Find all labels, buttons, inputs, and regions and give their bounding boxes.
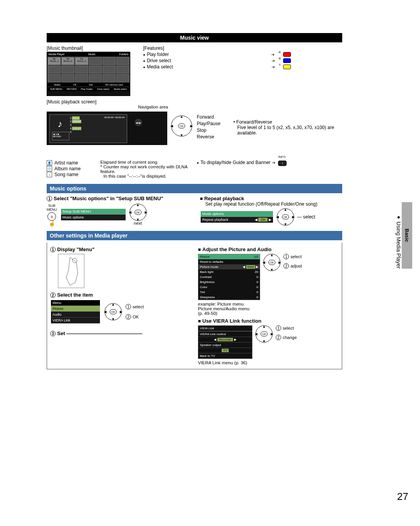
yellow-button-icon [283, 65, 291, 69]
ok-button-icon: OK [282, 215, 289, 220]
track-list: 1 AAAA 2 BBBBB 3 4 XXXXX 5 [70, 116, 81, 134]
repeat-value: On [258, 218, 268, 222]
osd-hint: SUB MENU [50, 88, 63, 90]
menu-header: Music options [201, 211, 273, 217]
fr-note-title: • Forward/Reverse [233, 119, 338, 125]
left-control-cluster-icon: ◀ ● ▶ RETURN [52, 132, 69, 140]
ok-button-icon: OK [135, 210, 142, 215]
direction-pad-icon: OK ▲▼◀▶ [171, 115, 192, 136]
pic-menu-title: Picture [200, 255, 210, 259]
page-ref-line: (p. 49-50) [198, 311, 338, 316]
side-basic-tab: Basic [402, 202, 412, 269]
arrow-icon [271, 52, 276, 57]
row-thumb-features: [Music thumbnail] Media Player Music Fol… [47, 44, 342, 96]
vieralink-osd: VIEſA Link VIERA Link control ◀ Recorder… [198, 325, 252, 359]
vlink-value: Recorder [217, 338, 233, 341]
meta-song: Song name [54, 172, 78, 177]
pamenu-line: Picture menu/Audio menu [198, 306, 338, 311]
blue-button-icon [283, 58, 291, 63]
vieralink-head: Use VIERA Link function [198, 318, 338, 324]
fr-note-body: Five level of 1 to 5 (x2, x5, x,30, x70,… [233, 125, 338, 136]
direction-pad-icon: OK ▲▼◀▶ [277, 208, 294, 225]
menu-item-picture: Picture [51, 306, 100, 312]
side-breadcrumb: ● Using Media Player [396, 214, 402, 269]
sub-label: SUB [47, 204, 57, 208]
ok-button-icon: OK [178, 124, 185, 129]
ok-button-icon: OK [110, 309, 117, 315]
vlink-row: Speaker output [198, 342, 252, 348]
osd-hint: Info [89, 84, 93, 86]
ok-label: 2OK [126, 314, 144, 320]
direction-pad-icon: OK ▲▼◀▶ [256, 325, 273, 343]
song-icon: ♪ [47, 172, 52, 177]
arrow-icon [272, 160, 277, 165]
select-label: 1select [284, 254, 302, 259]
feature-drive-select: Drive select [143, 58, 171, 63]
ctrl-reverse: Reverse [197, 134, 220, 140]
osd-hint: SD memory card [105, 84, 123, 86]
music-playback-osd: ♪ 1 AAAA 2 BBBBB 3 4 XXXXX 5 00:00.05 / … [47, 112, 167, 145]
color-key-label: B [279, 57, 281, 60]
remote-illustration-icon [58, 254, 84, 288]
sub-label: MENU [47, 208, 57, 211]
menu-item-vieralink: VIERA Link [51, 318, 100, 323]
vlink-value: TV [222, 349, 229, 352]
artist-icon: 👤 [47, 160, 52, 166]
main-menu-osd: Menu Picture Audio VIERA Link [50, 299, 101, 324]
arrow-icon [271, 64, 276, 70]
elapsed-head: Elapsed time of current song [100, 160, 190, 164]
picture-menu-osd: Picture1/2 Reset to defaults Picture mod… [198, 254, 260, 300]
vieralink-logo: VIEſA Link [198, 326, 252, 331]
menu-item-audio: Audio [51, 312, 100, 318]
elapsed-note1: * Counter may not work correctly with DL… [100, 164, 190, 174]
adjust-label: 2adjust [284, 263, 302, 269]
meta-album: Album name [54, 166, 80, 171]
osd-hint: Drive select [97, 88, 109, 90]
elapsed-time: 00:00.05 / 00:00.49 [104, 116, 124, 119]
side-tab: Basic ● Using Media Player [396, 202, 412, 269]
pic-row: Reset to defaults [198, 259, 260, 264]
ctrl-forward: Forward [197, 114, 220, 121]
info-label: INFO [278, 155, 285, 159]
osd-hint: Media select [114, 88, 127, 90]
menu-item-music-options: Music options [61, 215, 126, 220]
guide-note: To display/hide Guide and Banner [197, 160, 271, 165]
ok-button-icon: OK [261, 332, 268, 337]
step1-music-options: 1Select "Music options" in "Setup SUB ME… [47, 196, 193, 201]
direction-pad-icon: OK ▲▼◀▶ [105, 303, 122, 320]
repeat-playback-body: Set play repeat function (Off/Repeat Fol… [205, 201, 342, 207]
color-key-label: Y [279, 63, 281, 66]
section-header-music-view: Music view [47, 33, 342, 42]
adjust-pic-audio-head: Adjust the Picture and Audio [198, 246, 338, 252]
osd-title-mid: Music [88, 53, 95, 56]
sub-menu-osd: Setup SUB MENU Music options [60, 208, 126, 221]
pic-menu-page: 1/2 [254, 255, 258, 259]
select-label: 1select [276, 325, 297, 331]
ok-button-icon: OK [268, 260, 275, 265]
section-header-other: Other settings in Media player [47, 231, 342, 240]
label-music-playback: [Music playback screen] [47, 99, 342, 105]
menu-header: Setup SUB MENU [61, 209, 126, 215]
arrow-icon [271, 58, 276, 63]
osd-hint: RETURN [67, 88, 77, 90]
ctrl-stop: Stop [197, 127, 220, 134]
ctrl-playpause: Play/Pause [197, 121, 220, 127]
info-button-icon: i [278, 161, 287, 166]
repeat-playback-head: Repeat playback [200, 196, 342, 201]
vlink-row: VIERA Link control [198, 331, 252, 337]
menu-header: Menu [51, 300, 100, 306]
nav-cluster-icon: ◀●▶ [134, 118, 143, 127]
direction-pad-icon: OK ▲▼◀▶ [263, 254, 280, 271]
vlink-row: Back to TV [198, 353, 252, 358]
nav-area-label: Navigation area [138, 105, 168, 109]
osd-hint: OK [73, 84, 77, 86]
feature-media-select: Media select [143, 64, 173, 70]
select-label: 1select [126, 304, 144, 309]
example-line: example: Picture menu [198, 302, 338, 306]
vlink-ref: VIERA Link menu (p. 36) [198, 360, 338, 365]
select-label: — select [297, 214, 315, 220]
svg-point-0 [72, 258, 77, 263]
music-options-osd: Music options Repeat playback ◀ On ▶ [200, 210, 274, 224]
direction-pad-icon: OK ▲▼◀▶ [130, 204, 147, 221]
osd-hint: Select [54, 84, 61, 86]
